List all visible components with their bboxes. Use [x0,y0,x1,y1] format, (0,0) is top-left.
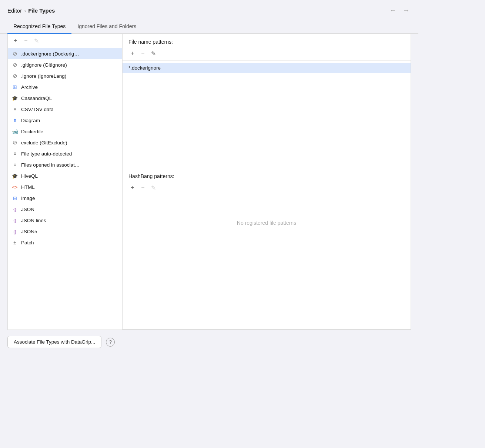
file-type-name-exclude: exclude (GitExclude) [21,140,67,146]
file-type-item-dockerignore[interactable]: ⊘ .dockerignore (Dockerig… [8,48,122,59]
nav-forward-button[interactable]: → [401,6,411,15]
file-type-name-html: HTML [21,184,35,190]
file-type-name-archive: Archive [21,84,38,90]
file-type-icon-autodetect: ≡ [11,150,18,157]
file-type-item-json5[interactable]: {} JSON5 [8,226,122,237]
file-type-item-exclude[interactable]: ⊘ exclude (GitExclude) [8,137,122,148]
bottom-bar: Associate File Types with DataGrip... ? [0,330,418,354]
file-type-item-filesopen[interactable]: ≡ Files opened in associat… [8,159,122,170]
file-type-item-csv[interactable]: ≡ CSV/TSV data [8,104,122,115]
file-type-name-json5: JSON5 [21,229,37,234]
add-file-pattern-button[interactable]: + [128,49,137,57]
file-name-patterns-header: File name patterns: [123,34,411,48]
breadcrumb-separator: › [24,7,26,14]
left-panel: + − ✎ ⊘ .dockerignore (Dockerig… ⊘ .giti… [8,34,123,330]
remove-file-type-button[interactable]: − [22,37,30,45]
help-button[interactable]: ? [106,338,115,347]
file-type-item-autodetect[interactable]: ≡ File type auto-detected [8,148,122,159]
file-type-icon-json: {} [11,206,18,213]
hashbang-patterns-toolbar: + − ✎ [123,182,411,195]
file-type-icon-exclude: ⊘ [11,139,18,146]
add-file-type-button[interactable]: + [11,37,20,45]
file-name-pattern-list: *.dockerignore [123,61,411,168]
pattern-item[interactable]: *.dockerignore [123,63,411,73]
file-type-name-patch: Patch [21,240,34,245]
file-type-item-html[interactable]: <> HTML [8,181,122,193]
file-type-name-image: Image [21,195,35,201]
left-toolbar: + − ✎ [8,34,122,48]
file-type-icon-json5: {} [11,228,18,235]
file-type-icon-html: <> [11,184,18,190]
file-type-name-cassandraql: CassandraQL [21,96,52,101]
file-type-icon-image: ⊟ [11,195,18,201]
no-hashbang-patterns-label: No registered file patterns [123,195,411,251]
file-type-icon-archive: ⊞ [11,84,18,90]
file-type-item-cassandraql[interactable]: 🎓 CassandraQL [8,93,122,104]
file-type-item-jsonlines[interactable]: {} JSON lines [8,215,122,226]
edit-file-pattern-button[interactable]: ✎ [149,49,157,57]
file-type-item-json[interactable]: {} JSON [8,204,122,215]
file-type-icon-jsonlines: {} [11,217,18,224]
hashbang-patterns-header: HashBang patterns: [123,168,411,182]
right-panel: File name patterns: + − ✎ *.dockerignore [123,34,411,330]
nav-back-button[interactable]: ← [388,6,398,15]
file-type-name-diagram: Diagram [21,118,40,123]
file-type-list: ⊘ .dockerignore (Dockerig… ⊘ .gitignore … [8,48,122,330]
tab-ignored[interactable]: Ignored Files and Folders [71,20,142,34]
breadcrumb: Editor › File Types [7,7,55,14]
edit-hashbang-pattern-button[interactable]: ✎ [149,184,157,192]
file-type-icon-patch: ± [11,239,18,246]
file-type-item-diagram[interactable]: ⬆ Diagram [8,115,122,126]
main-content: + − ✎ ⊘ .dockerignore (Dockerig… ⊘ .giti… [7,34,411,330]
file-type-name-dockerignore: .dockerignore (Dockerig… [21,51,79,57]
file-type-icon-ignore: ⊘ [11,73,18,79]
file-type-icon-cassandraql: 🎓 [11,95,18,101]
title-bar: Editor › File Types ← → [0,0,418,20]
file-name-patterns-section: File name patterns: + − ✎ *.dockerignore [123,34,411,168]
file-name-patterns-toolbar: + − ✎ [123,48,411,61]
file-type-item-hiveql[interactable]: 🎓 HiveQL [8,170,122,181]
breadcrumb-current: File Types [28,7,55,14]
remove-hashbang-pattern-button[interactable]: − [139,184,147,192]
tabs-bar: Recognized File Types Ignored Files and … [0,20,418,34]
file-type-icon-dockerignore: ⊘ [11,50,18,57]
file-type-item-archive[interactable]: ⊞ Archive [8,81,122,93]
associate-file-types-button[interactable]: Associate File Types with DataGrip... [7,336,101,348]
file-type-name-ignore: .ignore (IgnoreLang) [21,73,66,79]
file-type-item-patch[interactable]: ± Patch [8,237,122,248]
file-type-icon-hiveql: 🎓 [11,173,18,179]
file-type-name-dockerfile: Dockerfile [21,129,43,134]
file-type-icon-csv: ≡ [11,106,18,113]
file-type-item-ignore[interactable]: ⊘ .ignore (IgnoreLang) [8,70,122,81]
hashbang-patterns-section: HashBang patterns: + − ✎ No registered f… [123,168,411,330]
add-hashbang-pattern-button[interactable]: + [128,184,137,192]
file-type-icon-dockerfile: 🐋 [11,128,18,135]
breadcrumb-parent: Editor [7,7,22,14]
file-type-icon-diagram: ⬆ [11,117,18,124]
nav-arrows: ← → [388,6,411,15]
file-type-name-csv: CSV/TSV data [21,107,54,112]
file-type-icon-filesopen: ≡ [11,161,18,168]
file-type-name-gitignore: .gitignore (GitIgnore) [21,62,67,68]
file-type-name-jsonlines: JSON lines [21,218,46,223]
file-type-item-image[interactable]: ⊟ Image [8,193,122,204]
remove-file-pattern-button[interactable]: − [139,49,147,57]
file-type-icon-gitignore: ⊘ [11,61,18,68]
file-type-item-gitignore[interactable]: ⊘ .gitignore (GitIgnore) [8,59,122,70]
file-type-name-filesopen: Files opened in associat… [21,162,80,168]
tab-recognized[interactable]: Recognized File Types [7,20,71,34]
file-type-item-dockerfile[interactable]: 🐋 Dockerfile [8,126,122,137]
file-type-name-hiveql: HiveQL [21,173,38,179]
file-type-name-autodetect: File type auto-detected [21,151,72,157]
edit-file-type-button[interactable]: ✎ [32,37,40,45]
file-type-name-json: JSON [21,207,34,212]
